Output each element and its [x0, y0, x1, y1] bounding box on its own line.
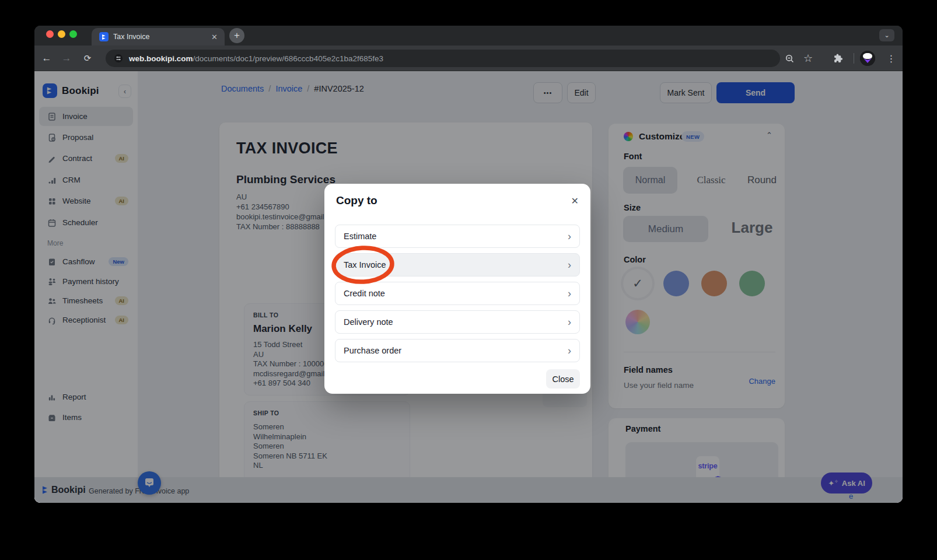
toolbar-divider — [854, 53, 854, 64]
copy-option-label: Estimate — [344, 232, 568, 241]
modal-title: Copy to — [336, 194, 377, 207]
chevron-right-icon: › — [568, 260, 571, 270]
modal-close-button[interactable]: Close — [546, 369, 580, 388]
url-path: /documents/doc1/preview/686cccb405e2c1ba… — [193, 54, 383, 63]
fullscreen-window-button[interactable] — [69, 30, 77, 38]
profile-avatar[interactable] — [860, 51, 875, 66]
copy-option-purchase-order[interactable]: Purchase order › — [335, 339, 580, 362]
browser-toolbar: ← → ⟳ web.bookipi.com/documents/doc1/pre… — [34, 46, 903, 71]
app-viewport: Bookipi ‹ Invoice Proposal Contract AI C… — [34, 71, 903, 503]
browser-window: Tax Invoice ✕ + ⌄ ← → ⟳ web.bookipi.com/… — [34, 26, 903, 503]
tab-close-icon[interactable]: ✕ — [210, 32, 219, 42]
copy-to-modal: Copy to ✕ Estimate › Tax Invoice › Credi… — [324, 184, 590, 394]
chevron-right-icon: › — [568, 231, 571, 242]
forward-icon[interactable]: → — [59, 46, 74, 71]
bookmark-star-icon[interactable]: ☆ — [800, 46, 816, 71]
chevron-right-icon: › — [568, 288, 571, 299]
copy-option-estimate[interactable]: Estimate › — [335, 225, 580, 248]
close-icon[interactable]: ✕ — [571, 195, 579, 206]
address-bar[interactable]: web.bookipi.com/documents/doc1/preview/6… — [106, 50, 780, 67]
copy-option-delivery-note[interactable]: Delivery note › — [335, 310, 580, 334]
reload-icon[interactable]: ⟳ — [80, 46, 95, 71]
copy-option-credit-note[interactable]: Credit note › — [335, 282, 580, 305]
minimize-window-button[interactable] — [58, 30, 65, 38]
extensions-puzzle-icon[interactable] — [830, 46, 845, 71]
url-host: web.bookipi.com — [129, 54, 193, 63]
back-icon[interactable]: ← — [39, 46, 54, 71]
bookipi-favicon-icon — [99, 32, 109, 41]
copy-option-tax-invoice[interactable]: Tax Invoice › — [335, 253, 580, 276]
copy-option-label: Credit note — [344, 289, 568, 298]
browser-menu-dots-icon[interactable]: ⋮ — [884, 46, 899, 71]
copy-option-label: Tax Invoice — [344, 260, 568, 270]
close-window-button[interactable] — [46, 30, 54, 38]
chevron-right-icon: › — [568, 317, 571, 327]
site-settings-icon[interactable] — [114, 54, 123, 63]
tab-search-chevron-icon[interactable]: ⌄ — [879, 29, 894, 41]
browser-tab[interactable]: Tax Invoice ✕ — [92, 28, 225, 46]
tab-strip: Tax Invoice ✕ + ⌄ — [34, 26, 903, 46]
copy-option-label: Delivery note — [344, 317, 568, 327]
tab-title: Tax Invoice — [113, 33, 210, 41]
chevron-right-icon: › — [568, 345, 571, 356]
zoom-icon[interactable] — [782, 46, 797, 71]
copy-option-label: Purchase order — [344, 346, 568, 355]
new-tab-button[interactable]: + — [229, 28, 244, 43]
